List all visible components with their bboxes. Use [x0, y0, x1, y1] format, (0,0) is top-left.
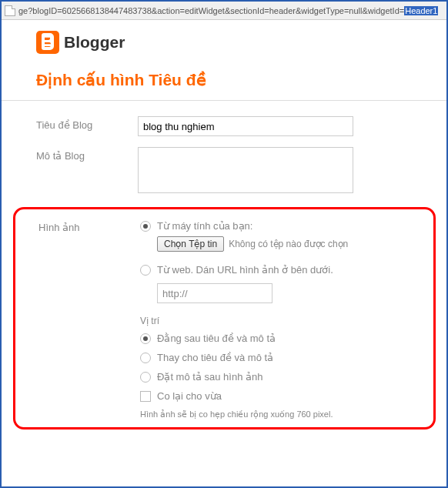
blogger-logo-icon — [36, 31, 59, 54]
image-source-web-option[interactable]: Từ web. Dán URL hình ảnh ở bên dưới. — [140, 264, 426, 276]
radio-icon — [140, 265, 151, 276]
brand-header: Blogger — [36, 31, 430, 54]
radio-icon — [140, 372, 151, 383]
image-size-note: Hình ảnh sẽ bị co hẹp chiều rộng xuống 7… — [140, 409, 426, 419]
from-computer-label: Từ máy tính của bạn: — [157, 220, 252, 232]
position-replace-option[interactable]: Thay cho tiêu đề và mô tả — [140, 352, 426, 363]
choose-file-button[interactable]: Chọn Tệp tin — [157, 236, 224, 252]
position-opt2-label: Thay cho tiêu đề và mô tả — [157, 352, 273, 363]
page-title: Định cấu hình Tiêu đề — [36, 71, 430, 89]
blog-desc-label: Mô tả Blog — [36, 147, 138, 196]
image-section-highlight: Hình ảnh Từ máy tính của bạn: Chọn Tệp t… — [13, 207, 436, 430]
radio-icon — [140, 353, 151, 363]
shrink-to-fit-option[interactable]: Co lại cho vừa — [140, 390, 426, 402]
address-bar[interactable]: ge?blogID=6025668138447483738&action=edi… — [2, 2, 446, 20]
position-opt1-label: Đằng sau tiêu đề và mô tả — [157, 333, 276, 344]
image-source-computer-option[interactable]: Từ máy tính của bạn: — [140, 220, 426, 232]
blog-desc-input[interactable] — [138, 147, 353, 193]
checkbox-icon — [140, 391, 151, 402]
url-text: ge?blogID=6025668138447483738&action=edi… — [18, 6, 443, 15]
position-behind-option[interactable]: Đằng sau tiêu đề và mô tả — [140, 333, 426, 344]
file-status: Không có tệp nào được chọn — [229, 239, 348, 249]
radio-icon — [140, 333, 151, 344]
position-opt3-label: Đặt mô tả sau hình ảnh — [157, 371, 262, 383]
image-url-input[interactable] — [157, 283, 272, 303]
position-after-option[interactable]: Đặt mô tả sau hình ảnh — [140, 371, 426, 383]
from-web-label: Từ web. Dán URL hình ảnh ở bên dưới. — [157, 264, 333, 276]
divider — [2, 100, 446, 101]
blog-title-input[interactable] — [138, 116, 353, 136]
radio-icon — [140, 221, 151, 232]
shrink-label: Co lại cho vừa — [157, 390, 222, 402]
image-label: Hình ảnh — [38, 220, 140, 419]
blog-title-label: Tiêu đề Blog — [36, 116, 138, 136]
page-icon — [5, 5, 15, 16]
position-label: Vị trí — [140, 316, 426, 326]
brand-name: Blogger — [64, 33, 125, 52]
url-selection: Header1 — [404, 6, 438, 15]
